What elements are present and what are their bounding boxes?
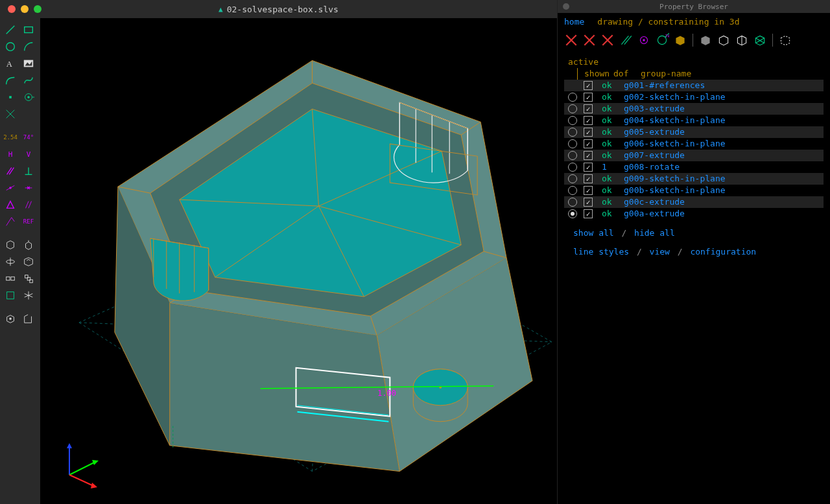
3d-viewport[interactable]: 1.00	[40, 18, 557, 504]
perpendicular-constraint-icon[interactable]	[21, 163, 36, 179]
circle-tool-icon[interactable]	[3, 39, 18, 54]
dimension-label[interactable]: 1.00	[377, 389, 396, 398]
line-styles-link[interactable]: line styles	[573, 247, 629, 257]
configuration-link[interactable]: configuration	[690, 247, 756, 257]
rectangle-tool-icon[interactable]	[21, 22, 36, 38]
group-name-link[interactable]: g005-extrude	[624, 126, 685, 138]
nearest-iso-icon[interactable]	[21, 288, 36, 303]
group-name-link[interactable]: g009-sketch-in-plane	[624, 173, 726, 185]
close-window-button[interactable]	[8, 5, 16, 13]
reference-constraint-icon[interactable]: REF	[21, 214, 36, 229]
line-tool-icon[interactable]	[3, 22, 18, 38]
shown-checkbox[interactable]: ✓	[584, 104, 593, 113]
text-tool-icon[interactable]: A	[3, 56, 18, 71]
group-name-link[interactable]: g007-extrude	[624, 150, 685, 161]
distance-constraint-icon[interactable]: 2.54	[3, 130, 18, 145]
bezier-tool-icon[interactable]	[21, 73, 36, 88]
group-name-link[interactable]: g001-#references	[624, 80, 705, 91]
construction-tool-icon[interactable]	[21, 89, 36, 105]
disable-x-icon[interactable]	[600, 33, 615, 47]
group-row[interactable]: ✓okg00b-sketch-in-plane	[564, 185, 824, 196]
horizontal-constraint-icon[interactable]: H	[3, 146, 18, 162]
show-all-link[interactable]: show all	[573, 228, 614, 238]
split-tool-icon[interactable]	[3, 106, 18, 122]
group-row[interactable]: ✓okg009-sketch-in-plane	[564, 173, 824, 185]
shown-checkbox[interactable]: ✓	[584, 174, 593, 183]
new-sketch-icon[interactable]	[3, 237, 18, 253]
disable-x-icon[interactable]	[564, 33, 578, 47]
shown-checkbox[interactable]: ✓	[584, 209, 593, 218]
active-group-radio[interactable]	[568, 174, 577, 183]
faces-toggle-icon[interactable]	[698, 33, 713, 47]
helix-icon[interactable]	[21, 271, 36, 286]
step-rotate-icon[interactable]	[21, 254, 36, 269]
group-row[interactable]: ✓okg002-sketch-in-plane	[564, 91, 824, 103]
shown-checkbox[interactable]: ✓	[584, 139, 593, 148]
hidden-lines-toggle-icon[interactable]	[778, 33, 792, 47]
group-name-link[interactable]: g00c-extrude	[624, 196, 685, 208]
vertical-constraint-icon[interactable]: V	[21, 146, 36, 162]
group-name-link[interactable]: g002-sketch-in-plane	[624, 91, 726, 103]
point-tool-icon[interactable]	[3, 89, 18, 105]
in-workplane-icon[interactable]	[3, 311, 18, 326]
group-name-link[interactable]: g003-extrude	[624, 103, 685, 115]
normals-toggle-icon[interactable]	[619, 33, 633, 47]
point-on-line-constraint-icon[interactable]	[3, 180, 18, 196]
group-name-link[interactable]: g00a-extrude	[624, 208, 685, 220]
shown-checkbox[interactable]: ✓	[584, 198, 593, 207]
shown-checkbox[interactable]: ✓	[584, 151, 593, 160]
other-constraint-icon[interactable]	[3, 214, 18, 229]
group-name-link[interactable]: g008-rotate	[624, 161, 680, 173]
active-group-radio[interactable]	[568, 163, 577, 172]
group-row[interactable]: ✓okg005-extrude	[564, 126, 824, 138]
outlines-toggle-icon[interactable]	[735, 33, 749, 47]
group-row[interactable]: ✓okg006-sketch-in-plane	[564, 138, 824, 150]
group-row[interactable]: ✓okg001-#references	[564, 80, 824, 91]
group-name-link[interactable]: g006-sketch-in-plane	[624, 138, 726, 150]
nearest-ortho-icon[interactable]	[3, 288, 18, 303]
group-name-link[interactable]: g00b-sketch-in-plane	[624, 185, 726, 196]
shaded-toggle-icon[interactable]	[673, 33, 687, 47]
shown-checkbox[interactable]: ✓	[584, 81, 593, 90]
edges-toggle-icon[interactable]	[717, 33, 731, 47]
group-row[interactable]: ✓okg004-sketch-in-plane	[564, 115, 824, 126]
image-tool-icon[interactable]	[21, 56, 36, 71]
shown-checkbox[interactable]: ✓	[584, 116, 593, 125]
shown-checkbox[interactable]: ✓	[584, 128, 593, 137]
group-name-link[interactable]: g004-sketch-in-plane	[624, 115, 726, 126]
points-toggle-icon[interactable]	[637, 33, 651, 47]
lathe-icon[interactable]	[3, 254, 18, 269]
symmetric-constraint-icon[interactable]	[21, 180, 36, 196]
angle-constraint-icon[interactable]: 74°	[21, 130, 36, 145]
hide-all-link[interactable]: hide all	[634, 228, 675, 238]
active-group-radio[interactable]	[568, 209, 577, 218]
active-group-radio[interactable]	[568, 186, 577, 195]
equal-constraint-icon[interactable]	[3, 197, 18, 212]
extrude-icon[interactable]	[21, 237, 36, 253]
mesh-toggle-icon[interactable]	[753, 33, 767, 47]
shown-checkbox[interactable]: ✓	[584, 93, 593, 102]
group-row[interactable]: ✓okg00a-extrude	[564, 208, 824, 220]
view-link[interactable]: view	[650, 247, 670, 257]
occluded-toggle-icon[interactable]: 74°	[655, 33, 669, 47]
home-link[interactable]: home	[564, 17, 584, 27]
parallel-constraint-icon[interactable]	[3, 163, 18, 179]
active-group-radio[interactable]	[568, 151, 577, 160]
active-group-radio[interactable]	[568, 93, 577, 102]
disable-x-icon[interactable]	[582, 33, 597, 47]
group-row[interactable]: ✓1g008-rotate	[564, 161, 824, 173]
in-3d-icon[interactable]	[21, 311, 36, 326]
zoom-window-button[interactable]	[34, 5, 42, 13]
shown-checkbox[interactable]: ✓	[584, 186, 593, 195]
same-orientation-constraint-icon[interactable]	[21, 197, 36, 212]
active-group-radio[interactable]	[568, 198, 577, 207]
tangent-arc-tool-icon[interactable]	[3, 73, 18, 88]
group-row[interactable]: ✓okg007-extrude	[564, 150, 824, 161]
active-group-radio[interactable]	[568, 128, 577, 137]
arc-tool-icon[interactable]	[21, 39, 36, 54]
group-row[interactable]: ✓okg00c-extrude	[564, 196, 824, 208]
active-group-radio[interactable]	[568, 139, 577, 148]
step-translate-icon[interactable]	[3, 271, 18, 286]
minimize-window-button[interactable]	[21, 5, 29, 13]
active-group-radio[interactable]	[568, 116, 577, 125]
